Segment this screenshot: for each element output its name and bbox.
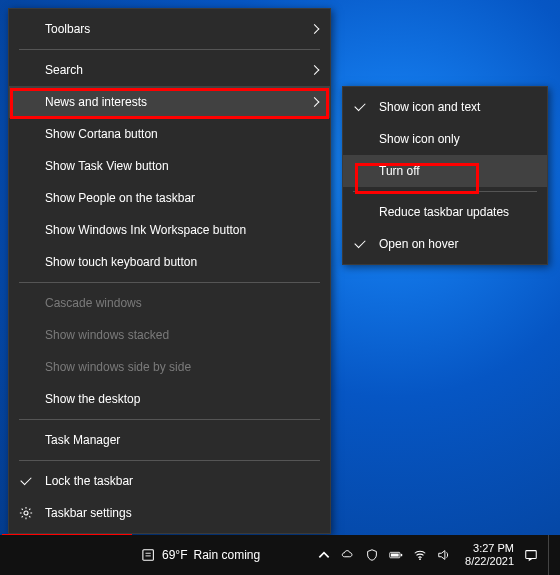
battery-icon[interactable] <box>389 548 403 562</box>
menu-item-lock-taskbar[interactable]: Lock the taskbar <box>9 465 330 497</box>
chevron-right-icon <box>310 65 320 75</box>
svg-rect-6 <box>391 554 399 557</box>
menu-item-news-interests[interactable]: News and interests <box>9 86 330 118</box>
menu-label: Show Cortana button <box>45 127 158 141</box>
menu-item-toolbars[interactable]: Toolbars <box>9 13 330 45</box>
submenu-item-icon-text[interactable]: Show icon and text <box>343 91 547 123</box>
submenu-item-open-hover[interactable]: Open on hover <box>343 228 547 260</box>
menu-label: Open on hover <box>379 237 458 251</box>
menu-separator <box>19 282 320 283</box>
menu-label: Show windows side by side <box>45 360 191 374</box>
menu-label: Show Task View button <box>45 159 169 173</box>
menu-separator <box>19 49 320 50</box>
checkmark-icon <box>354 100 365 111</box>
menu-label: Task Manager <box>45 433 120 447</box>
weather-text: Rain coming <box>193 548 260 562</box>
checkmark-icon <box>354 237 365 248</box>
taskbar-context-menu: Toolbars Search News and interests Show … <box>8 8 331 534</box>
svg-rect-8 <box>526 551 537 559</box>
checkmark-icon <box>20 474 31 485</box>
menu-item-cortana[interactable]: Show Cortana button <box>9 118 330 150</box>
clock-date: 8/22/2021 <box>465 555 514 568</box>
svg-rect-5 <box>401 554 403 556</box>
menu-item-touchkeyboard[interactable]: Show touch keyboard button <box>9 246 330 278</box>
menu-label: Show windows stacked <box>45 328 169 342</box>
wifi-icon[interactable] <box>413 548 427 562</box>
svg-point-7 <box>419 558 421 560</box>
weather-widget[interactable]: 69°F Rain coming <box>142 548 260 562</box>
clock-time: 3:27 PM <box>465 542 514 555</box>
taskbar[interactable]: 69°F Rain coming 3:27 PM 8/22/2021 <box>0 535 560 575</box>
menu-item-taskview[interactable]: Show Task View button <box>9 150 330 182</box>
menu-label: News and interests <box>45 95 147 109</box>
menu-separator <box>353 191 537 192</box>
taskbar-clock[interactable]: 3:27 PM 8/22/2021 <box>465 542 514 568</box>
menu-item-people[interactable]: Show People on the taskbar <box>9 182 330 214</box>
menu-label: Lock the taskbar <box>45 474 133 488</box>
submenu-item-turn-off[interactable]: Turn off <box>343 155 547 187</box>
menu-item-taskbar-settings[interactable]: Taskbar settings <box>9 497 330 529</box>
submenu-item-icon-only[interactable]: Show icon only <box>343 123 547 155</box>
menu-item-ink[interactable]: Show Windows Ink Workspace button <box>9 214 330 246</box>
menu-separator <box>19 419 320 420</box>
chevron-right-icon <box>310 97 320 107</box>
news-icon <box>142 548 156 562</box>
submenu-item-reduce-updates[interactable]: Reduce taskbar updates <box>343 196 547 228</box>
tray-chevron-icon[interactable] <box>317 548 331 562</box>
svg-point-0 <box>24 511 28 515</box>
weather-temp: 69°F <box>162 548 187 562</box>
menu-label: Show icon only <box>379 132 460 146</box>
system-tray: 3:27 PM 8/22/2021 <box>317 535 560 575</box>
menu-label: Show icon and text <box>379 100 480 114</box>
gear-icon <box>19 506 33 520</box>
menu-label: Cascade windows <box>45 296 142 310</box>
volume-icon[interactable] <box>437 548 451 562</box>
menu-label: Reduce taskbar updates <box>379 205 509 219</box>
chevron-right-icon <box>310 24 320 34</box>
menu-item-cascade: Cascade windows <box>9 287 330 319</box>
menu-label: Show People on the taskbar <box>45 191 195 205</box>
security-icon[interactable] <box>365 548 379 562</box>
menu-label: Toolbars <box>45 22 90 36</box>
menu-label: Show touch keyboard button <box>45 255 197 269</box>
news-interests-submenu: Show icon and text Show icon only Turn o… <box>342 86 548 265</box>
menu-item-sidebyside: Show windows side by side <box>9 351 330 383</box>
svg-rect-1 <box>143 550 154 561</box>
notifications-icon[interactable] <box>524 548 538 562</box>
show-desktop-button[interactable] <box>548 535 554 575</box>
menu-label: Search <box>45 63 83 77</box>
menu-label: Show Windows Ink Workspace button <box>45 223 246 237</box>
menu-separator <box>19 460 320 461</box>
menu-label: Show the desktop <box>45 392 140 406</box>
menu-item-stacked: Show windows stacked <box>9 319 330 351</box>
menu-label: Turn off <box>379 164 420 178</box>
menu-label: Taskbar settings <box>45 506 132 520</box>
menu-item-taskmanager[interactable]: Task Manager <box>9 424 330 456</box>
menu-item-search[interactable]: Search <box>9 54 330 86</box>
onedrive-icon[interactable] <box>341 548 355 562</box>
menu-item-showdesktop[interactable]: Show the desktop <box>9 383 330 415</box>
